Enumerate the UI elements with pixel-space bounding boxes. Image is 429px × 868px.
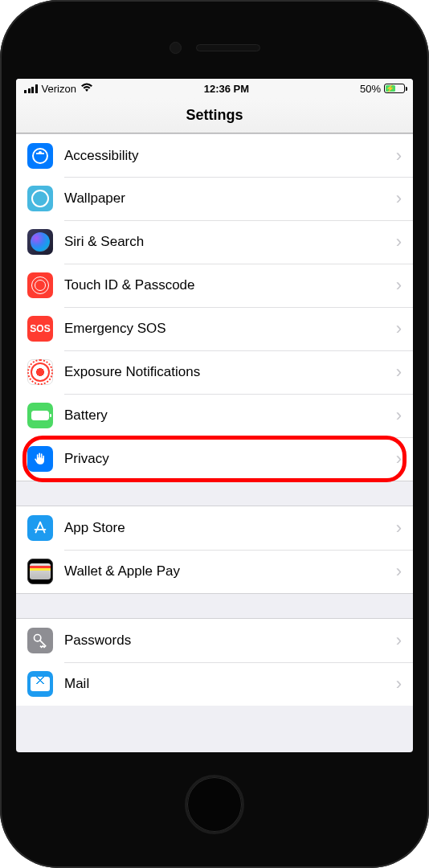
- row-label: Wallet & Apple Pay: [64, 563, 396, 579]
- wallpaper-icon: [27, 186, 53, 211]
- row-label: Wallpaper: [64, 190, 396, 207]
- front-camera: [170, 42, 182, 54]
- home-button[interactable]: [185, 775, 244, 834]
- carrier-label: Verizon: [42, 83, 76, 95]
- chevron-right-icon: ›: [396, 518, 402, 538]
- clock: 12:36 PM: [204, 83, 249, 95]
- chevron-right-icon: ›: [396, 405, 402, 426]
- row-label: Emergency SOS: [64, 321, 396, 337]
- settings-list[interactable]: Accessibility › Wallpaper › Siri & Searc…: [16, 133, 413, 752]
- battery-icon: ⚡: [384, 84, 405, 93]
- row-wallet[interactable]: Wallet & Apple Pay ›: [16, 550, 413, 593]
- wallet-icon: [27, 559, 53, 584]
- row-label: Touch ID & Passcode: [64, 277, 396, 293]
- row-label: App Store: [64, 520, 396, 536]
- status-bar: Verizon 12:36 PM 50% ⚡: [16, 79, 413, 98]
- screen: Verizon 12:36 PM 50% ⚡ Settings Accessib…: [16, 79, 413, 752]
- sos-icon: SOS: [27, 316, 53, 342]
- row-label: Battery: [64, 407, 396, 424]
- row-sos[interactable]: SOS Emergency SOS ›: [16, 307, 413, 350]
- touchid-icon: [27, 272, 53, 298]
- exposure-icon: [27, 359, 53, 385]
- chevron-right-icon: ›: [396, 275, 402, 296]
- row-label: Mail: [64, 676, 396, 692]
- privacy-icon: [27, 446, 53, 472]
- chevron-right-icon: ›: [396, 145, 402, 166]
- row-exposure[interactable]: Exposure Notifications ›: [16, 350, 413, 394]
- row-label: Privacy: [64, 451, 396, 467]
- row-privacy[interactable]: Privacy ›: [16, 437, 413, 481]
- appstore-icon: [27, 515, 53, 541]
- battery-icon: [27, 403, 53, 428]
- row-touchid[interactable]: Touch ID & Passcode ›: [16, 264, 413, 307]
- phone-top-bezel: [16, 16, 413, 79]
- chevron-right-icon: ›: [396, 188, 402, 209]
- row-accessibility[interactable]: Accessibility ›: [16, 133, 413, 177]
- row-passwords[interactable]: Passwords ›: [16, 619, 413, 662]
- row-label: Accessibility: [64, 148, 396, 164]
- row-label: Passwords: [64, 633, 396, 649]
- chevron-right-icon: ›: [396, 561, 402, 582]
- battery-pct: 50%: [360, 83, 381, 95]
- row-label: Exposure Notifications: [64, 364, 396, 380]
- mail-icon: [27, 671, 53, 697]
- status-left: Verizon: [24, 82, 93, 95]
- chevron-right-icon: ›: [396, 362, 402, 383]
- row-mail[interactable]: Mail ›: [16, 662, 413, 706]
- phone-frame: Verizon 12:36 PM 50% ⚡ Settings Accessib…: [0, 0, 429, 868]
- speaker-grille: [196, 44, 260, 51]
- phone-bottom-bezel: [16, 752, 413, 857]
- row-wallpaper[interactable]: Wallpaper ›: [16, 177, 413, 220]
- page-title: Settings: [186, 107, 243, 124]
- chevron-right-icon: ›: [396, 630, 402, 651]
- row-siri[interactable]: Siri & Search ›: [16, 220, 413, 264]
- siri-icon: [27, 229, 53, 255]
- chevron-right-icon: ›: [396, 674, 402, 694]
- nav-bar: Settings: [16, 98, 413, 133]
- chevron-right-icon: ›: [396, 231, 402, 252]
- passwords-icon: [27, 628, 53, 653]
- signal-icon: [24, 84, 38, 93]
- wifi-icon: [80, 82, 93, 95]
- group-separator: [16, 481, 413, 506]
- row-battery[interactable]: Battery ›: [16, 394, 413, 437]
- chevron-right-icon: ›: [396, 448, 402, 469]
- accessibility-icon: [27, 143, 53, 169]
- group-separator: [16, 593, 413, 619]
- row-label: Siri & Search: [64, 234, 396, 250]
- row-appstore[interactable]: App Store ›: [16, 506, 413, 550]
- chevron-right-icon: ›: [396, 318, 402, 339]
- status-right: 50% ⚡: [360, 83, 405, 95]
